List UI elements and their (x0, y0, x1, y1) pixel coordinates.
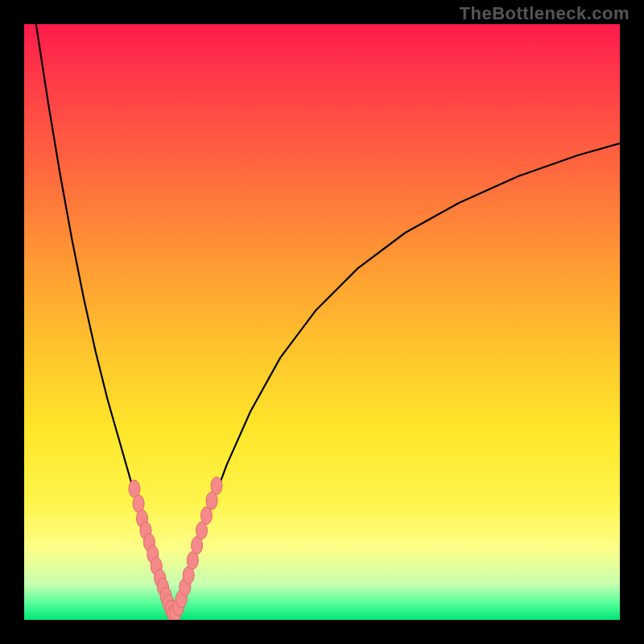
chart-frame: TheBottleneck.com (0, 0, 644, 644)
watermark-text: TheBottleneck.com (460, 3, 630, 24)
chart-canvas (24, 24, 620, 620)
plot-area (24, 24, 620, 620)
